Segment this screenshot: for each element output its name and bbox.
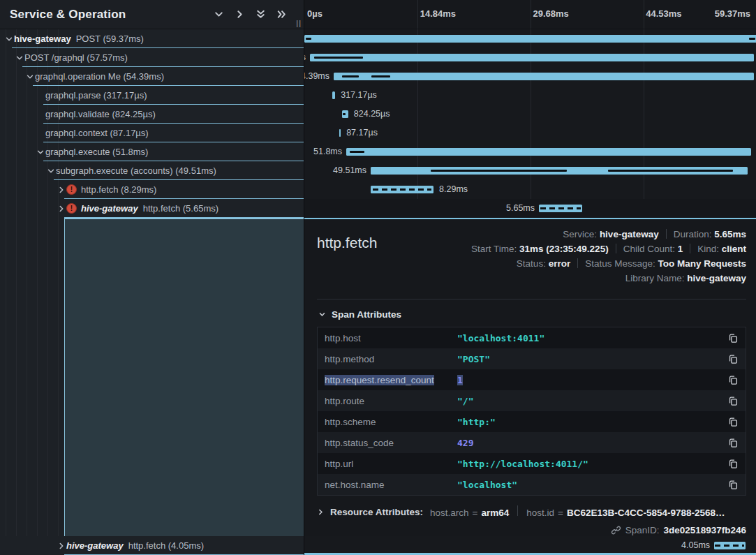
operation-label: subgraph.execute (accounts) (49.51ms) — [56, 165, 216, 176]
span-bar[interactable] — [342, 110, 348, 118]
chevron-down-icon[interactable] — [36, 147, 45, 157]
operation-label: POST (59.37ms) — [76, 34, 144, 44]
span-duration-label: 87.17µs — [346, 124, 378, 142]
divider — [577, 258, 578, 268]
chevron-right-icon[interactable] — [57, 185, 66, 195]
meta-value: Too Many Requests — [658, 258, 746, 269]
service-name: hive-gateway — [14, 34, 71, 44]
attribute-row: http.host"localhost:4011" — [318, 327, 746, 348]
chevron-down-icon[interactable] — [4, 34, 14, 44]
copy-icon[interactable] — [726, 396, 739, 406]
span-meta-line: Library Name: hive-gateway — [377, 273, 746, 283]
attribute-key: http.route — [325, 396, 457, 406]
span-bar[interactable] — [332, 91, 335, 99]
chevron-right-icon[interactable] — [57, 204, 66, 214]
span-tree-row[interactable]: graphql.context (87.17µs) — [0, 124, 304, 142]
operation-label: graphql.parse (317.17µs) — [45, 90, 147, 101]
chevron-down-icon[interactable] — [15, 53, 24, 63]
resource-value: BC62E13B-C4CC-5854-9788-2568… — [567, 508, 725, 518]
attribute-row: http.scheme"http:" — [318, 411, 746, 432]
meta-value: hive-gateway — [687, 273, 746, 283]
span-tree-row[interactable]: POST /graphql (57.57ms) — [0, 48, 304, 67]
attribute-value: 1 — [457, 375, 726, 385]
span-bar[interactable] — [304, 35, 756, 43]
timeline-bottom-row: 4.05ms — [304, 536, 756, 555]
attribute-row: http.status_code429 — [318, 432, 746, 453]
copy-icon[interactable] — [726, 354, 739, 364]
span-tree-panel: Service & Operation || hive-gatewayPOST … — [0, 0, 304, 555]
divider — [317, 299, 746, 299]
chevron-down-icon[interactable] — [46, 166, 56, 176]
error-icon: ! — [66, 184, 77, 195]
copy-icon[interactable] — [726, 438, 739, 448]
copy-icon[interactable] — [726, 459, 739, 469]
chevron-down-icon — [318, 311, 326, 318]
timeline-row: 4.05ms — [304, 536, 756, 555]
span-tree-row[interactable]: subgraph.execute (accounts) (49.51ms) — [0, 161, 304, 180]
chevrons-right-icon[interactable] — [276, 9, 287, 20]
timeline-panel: 0µs14.84ms29.68ms44.53ms59.37ms 57.57ms5… — [304, 0, 756, 555]
span-meta-line: Start Time: 31ms (23:35:49.225)Child Cou… — [377, 244, 746, 254]
resource-key: host.arch — [430, 508, 469, 518]
copy-icon[interactable] — [726, 375, 739, 385]
span-duration-label: 824.25µs — [354, 105, 390, 124]
span-tree-row[interactable]: graphql.operation Me (54.39ms) — [0, 67, 304, 86]
operation-label: graphql.execute (51.8ms) — [45, 147, 148, 157]
span-bar[interactable] — [310, 54, 754, 61]
attribute-value: "http://localhost:4011/" — [457, 459, 726, 469]
span-tree-row[interactable]: graphql.validate (824.25µs) — [0, 105, 304, 124]
span-meta: Service: hive-gatewayDuration: 5.65msSta… — [377, 229, 746, 288]
meta-label: Start Time: — [471, 244, 519, 254]
span-tree-row[interactable]: !hive-gatewayhttp.fetch (5.65ms) — [0, 199, 304, 218]
span-duration-label: 5.65ms — [506, 199, 535, 218]
span-tree-row[interactable]: hive-gatewayPOST (59.37ms) — [0, 29, 304, 48]
span-bar[interactable] — [539, 205, 582, 212]
copy-icon[interactable] — [726, 333, 739, 343]
meta-value: 5.65ms — [714, 229, 746, 239]
resource-attributes-header[interactable]: Resource Attributes: — [330, 507, 423, 517]
span-attributes-header[interactable]: Span Attributes — [318, 309, 746, 320]
span-detail-panel: http.fetch Service: hive-gatewayDuration… — [304, 218, 756, 536]
chevron-right-icon[interactable] — [317, 508, 325, 516]
attribute-key: http.request.resend_count — [325, 375, 457, 385]
meta-value: hive-gateway — [600, 229, 659, 239]
span-tree-row[interactable]: hive-gatewayhttp.fetch (4.05ms) — [0, 536, 304, 555]
span-tree-row[interactable]: !http.fetch (8.29ms) — [0, 180, 304, 199]
span-bar[interactable] — [714, 542, 746, 549]
span-bar[interactable] — [346, 148, 751, 156]
chevrons-down-icon[interactable] — [255, 9, 266, 20]
span-duration-label: 57.57ms — [304, 48, 306, 67]
span-tree-row[interactable]: graphql.parse (317.17µs) — [0, 86, 304, 105]
span-bar[interactable] — [334, 73, 754, 80]
span-title: http.fetch — [317, 229, 377, 288]
service-name: hive-gateway — [66, 540, 124, 551]
operation-label: http.fetch (4.05ms) — [128, 540, 204, 551]
copy-icon[interactable] — [726, 417, 739, 427]
meta-value: 31ms (23:35:49.225) — [519, 244, 609, 254]
axis-tick: 59.37ms — [715, 8, 750, 19]
meta-value: 1 — [678, 244, 683, 254]
panel-resize-handle[interactable]: || — [296, 19, 302, 27]
copy-icon[interactable] — [726, 480, 739, 490]
attribute-row: http.request.resend_count1 — [318, 369, 746, 390]
chevron-right-icon[interactable] — [235, 9, 245, 20]
axis-tick: 0µs — [307, 8, 323, 19]
span-bar[interactable] — [371, 167, 748, 175]
timeline-row: 5.65ms — [304, 199, 756, 218]
span-bar[interactable] — [339, 129, 341, 137]
chevron-down-icon[interactable] — [214, 9, 224, 20]
divider — [666, 229, 667, 239]
resource-value: arm64 — [481, 508, 509, 518]
span-bar[interactable] — [371, 186, 433, 193]
chevron-down-icon[interactable] — [25, 72, 35, 82]
span-tree-bottom-row: hive-gatewayhttp.fetch (4.05ms) — [0, 536, 304, 555]
attribute-row: http.route"/" — [318, 390, 746, 411]
meta-label: Duration: — [674, 229, 715, 239]
timeline-row: 57.57ms — [304, 48, 756, 67]
timeline-row: 87.17µs — [304, 124, 756, 142]
span-duration-label: 54.39ms — [304, 67, 329, 86]
chevron-right-icon[interactable] — [57, 541, 66, 551]
span-tree-row[interactable]: graphql.execute (51.8ms) — [0, 142, 304, 161]
span-id-value: 3de02518937fb246 — [663, 525, 746, 535]
timeline-row: 49.51ms — [304, 161, 756, 180]
